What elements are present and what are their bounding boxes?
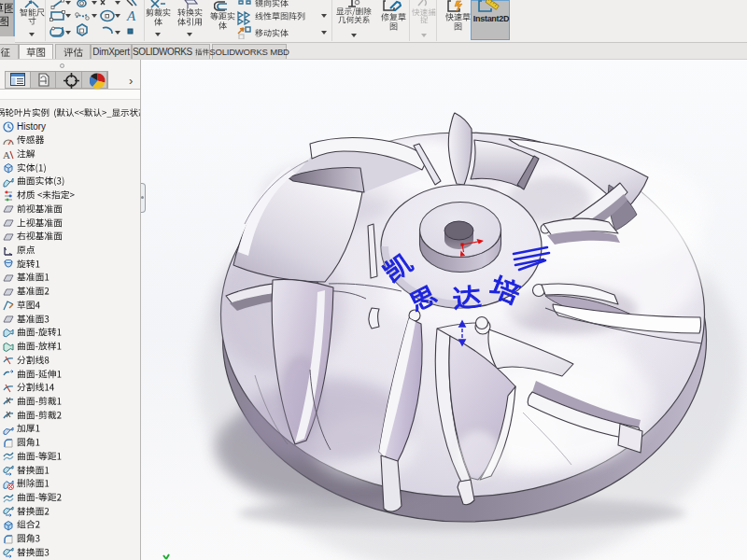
svg-text:A: A [3, 149, 10, 161]
